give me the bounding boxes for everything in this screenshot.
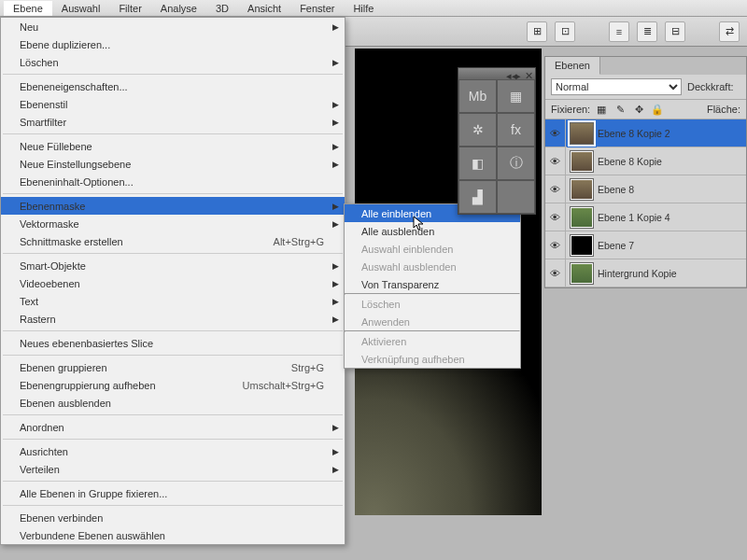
submenu-arrow-icon: ▶	[332, 279, 339, 288]
menu-item: Ebenengruppierung aufhebenUmschalt+Strg+…	[1, 376, 345, 394]
lock-move-icon[interactable]: ✥	[631, 103, 646, 116]
layers-lock-row: Fixieren: ▦ ✎ ✥ 🔒 Fläche:	[545, 99, 746, 119]
palette-button[interactable]: ▟	[458, 180, 497, 214]
ebenenmaske-submenu: Alle einblendenAlle ausblendenAuswahl ei…	[344, 203, 521, 369]
menu-3d[interactable]: 3D	[206, 1, 238, 16]
menu-item: Smartfilter▶	[1, 113, 345, 131]
menu-analyse[interactable]: Analyse	[151, 1, 206, 16]
submenu-item: Aktivieren	[345, 332, 520, 350]
menu-item[interactable]: Vektormaske▶	[1, 215, 345, 232]
menu-item[interactable]: Ebene duplizieren...	[1, 35, 345, 53]
layer-thumbnail[interactable]	[570, 206, 594, 229]
palette-button[interactable]: ✲	[458, 113, 497, 147]
layer-row[interactable]: 👁Ebene 7	[545, 231, 746, 259]
visibility-eye-icon[interactable]: 👁	[545, 203, 566, 231]
layer-thumbnail[interactable]	[570, 150, 594, 173]
submenu-arrow-icon: ▶	[332, 142, 339, 151]
submenu-item: Verknüpfung aufheben	[345, 350, 520, 368]
menu-item: Verbundene Ebenen auswählen	[1, 526, 345, 544]
menu-item[interactable]: Neue Füllebene▶	[1, 137, 345, 155]
submenu-item[interactable]: Alle ausblenden	[345, 222, 520, 240]
menu-filter[interactable]: Filter	[109, 1, 150, 16]
submenu-item: Auswahl ausblenden	[345, 258, 520, 275]
palette-button[interactable]: ▦	[497, 79, 535, 113]
layers-tab-bar: Ebenen	[545, 57, 746, 75]
menu-item: Ebeneninhalt-Optionen...	[1, 173, 345, 190]
layer-thumbnail[interactable]	[570, 122, 594, 145]
mini-palette[interactable]: ◂◂ ▸ ✕ Mb▦✲fx◧ⓘ▟	[458, 67, 536, 215]
lock-transparency-icon[interactable]: ▦	[594, 103, 609, 116]
layer-row[interactable]: 👁Ebene 8	[545, 175, 746, 203]
submenu-arrow-icon: ▶	[332, 118, 339, 127]
layer-row[interactable]: 👁Hintergrund Kopie	[545, 259, 746, 287]
menu-item[interactable]: Neu▶	[1, 18, 345, 35]
submenu-item[interactable]: Von Transparenz	[345, 275, 520, 293]
submenu-item: Auswahl einblenden	[345, 240, 520, 258]
menu-item[interactable]: Neues ebenenbasiertes Slice	[1, 334, 345, 352]
visibility-eye-icon[interactable]: 👁	[545, 147, 566, 175]
menu-item[interactable]: Ebenenstil▶	[1, 95, 345, 113]
palette-button[interactable]: ◧	[458, 147, 497, 180]
menu-item[interactable]: Schnittmaske erstellenAlt+Strg+G	[1, 232, 345, 250]
layer-row[interactable]: 👁Ebene 8 Kopie 2	[545, 119, 746, 147]
layer-row[interactable]: 👁Ebene 1 Kopie 4	[545, 203, 746, 231]
layer-list: 👁Ebene 8 Kopie 2👁Ebene 8 Kopie👁Ebene 8👁E…	[545, 119, 746, 287]
lock-label: Fixieren:	[551, 104, 590, 115]
toolbar-icon[interactable]: ⊞	[527, 21, 547, 42]
visibility-eye-icon[interactable]: 👁	[545, 231, 566, 259]
layer-thumbnail[interactable]	[570, 178, 594, 201]
expand-icon[interactable]: ▸	[515, 70, 523, 77]
menu-item[interactable]: Anordnen▶	[1, 418, 345, 436]
submenu-item: Löschen	[345, 295, 520, 313]
toolbar-icon[interactable]: ≡	[609, 21, 629, 42]
palette-button[interactable]: Mb	[458, 79, 497, 113]
menu-item[interactable]: Ebenenmaske▶	[1, 197, 345, 215]
toolbar-icon[interactable]: ≣	[637, 21, 657, 42]
visibility-eye-icon[interactable]: 👁	[545, 119, 566, 147]
menu-item[interactable]: Ebeneneigenschaften...	[1, 77, 345, 95]
close-icon[interactable]: ✕	[525, 70, 532, 77]
opacity-label: Deckkraft:	[687, 81, 734, 92]
menu-item[interactable]: Videoebenen▶	[1, 274, 345, 292]
submenu-arrow-icon: ▶	[332, 202, 339, 211]
menu-fenster[interactable]: Fenster	[290, 1, 344, 16]
lock-all-icon[interactable]: 🔒	[650, 103, 665, 116]
tab-ebenen[interactable]: Ebenen	[545, 57, 600, 75]
menu-item[interactable]: Ebenen ausblenden	[1, 394, 345, 412]
submenu-arrow-icon: ▶	[332, 465, 339, 474]
blend-mode-select[interactable]: Normal	[551, 78, 682, 95]
visibility-eye-icon[interactable]: 👁	[545, 175, 566, 203]
toolbar-icon[interactable]: ⊟	[665, 21, 685, 42]
layers-panel: Ebenen Normal Deckkraft: Fixieren: ▦ ✎ ✥…	[544, 56, 747, 288]
visibility-eye-icon[interactable]: 👁	[545, 259, 566, 287]
menu-hilfe[interactable]: Hilfe	[344, 1, 383, 16]
palette-header[interactable]: ◂◂ ▸ ✕	[458, 68, 535, 79]
layer-name-label: Ebene 8	[598, 184, 634, 195]
palette-button[interactable]: fx	[497, 113, 535, 147]
menu-item[interactable]: Neue Einstellungsebene▶	[1, 155, 345, 173]
menu-ebene[interactable]: Ebene	[4, 1, 52, 16]
menu-ansicht[interactable]: Ansicht	[238, 1, 290, 16]
menu-item[interactable]: Löschen▶	[1, 53, 345, 71]
layer-thumbnail[interactable]	[570, 234, 594, 257]
menu-item[interactable]: Smart-Objekte▶	[1, 257, 345, 274]
collapse-icon[interactable]: ◂◂	[506, 70, 514, 77]
menu-item[interactable]: Ebenen gruppierenStrg+G	[1, 358, 345, 376]
layer-name-label: Ebene 8 Kopie 2	[598, 128, 670, 139]
layer-thumbnail[interactable]	[570, 262, 594, 285]
toolbar-icon[interactable]: ⊡	[555, 21, 575, 42]
submenu-arrow-icon: ▶	[332, 315, 339, 324]
layer-name-label: Ebene 8 Kopie	[598, 156, 662, 167]
palette-button[interactable]: ⓘ	[497, 147, 535, 180]
layer-row[interactable]: 👁Ebene 8 Kopie	[545, 147, 746, 175]
submenu-arrow-icon: ▶	[332, 100, 339, 109]
fill-label: Fläche:	[707, 104, 740, 115]
submenu-arrow-icon: ▶	[332, 447, 339, 456]
menu-auswahl[interactable]: Auswahl	[52, 1, 110, 16]
ebene-dropdown: Neu▶Ebene duplizieren...Löschen▶Ebenenei…	[0, 17, 345, 545]
palette-button[interactable]	[497, 180, 535, 214]
menu-item: Rastern▶	[1, 310, 345, 328]
layers-controls: Normal Deckkraft:	[545, 75, 746, 99]
toolbar-icon[interactable]: ⇄	[719, 21, 740, 42]
lock-paint-icon[interactable]: ✎	[613, 103, 627, 116]
